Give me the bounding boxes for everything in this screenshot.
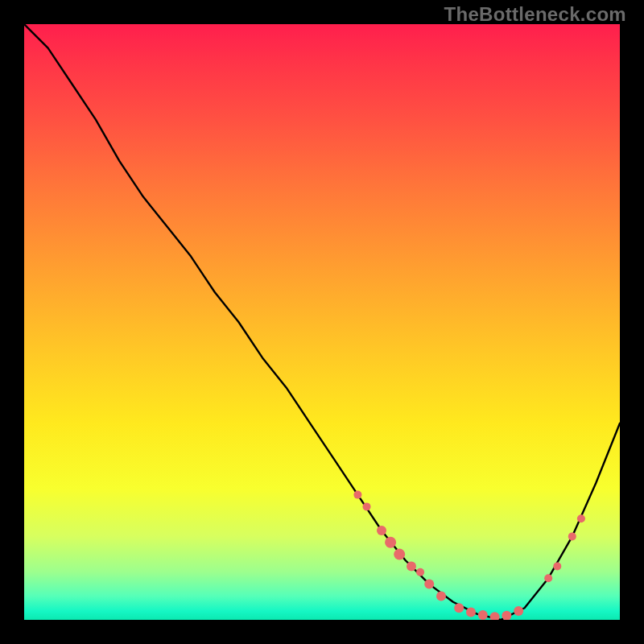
watermark-text: TheBottleneck.com <box>444 3 626 26</box>
curve-marker <box>424 580 434 589</box>
curve-marker <box>394 549 405 560</box>
curve-marker <box>416 568 424 576</box>
bottleneck-curve <box>24 24 620 620</box>
curve-marker <box>454 603 464 613</box>
curve-marker <box>577 514 585 522</box>
curve-markers <box>353 491 585 620</box>
curve-marker <box>363 502 371 510</box>
curve-marker <box>553 562 561 570</box>
curve-marker <box>514 606 523 616</box>
curve-marker <box>544 574 552 582</box>
curve-marker <box>466 607 476 617</box>
curve-marker <box>407 561 416 571</box>
curve-marker <box>385 537 396 548</box>
curve-marker <box>353 491 361 499</box>
curve-marker <box>377 526 386 535</box>
curve-layer <box>24 24 620 620</box>
plot-area <box>24 24 620 620</box>
curve-marker <box>502 611 511 620</box>
chart-container: TheBottleneck.com <box>0 0 644 644</box>
curve-marker <box>568 532 576 540</box>
curve-marker <box>478 610 488 620</box>
curve-marker <box>436 591 446 601</box>
curve-marker <box>490 612 500 620</box>
